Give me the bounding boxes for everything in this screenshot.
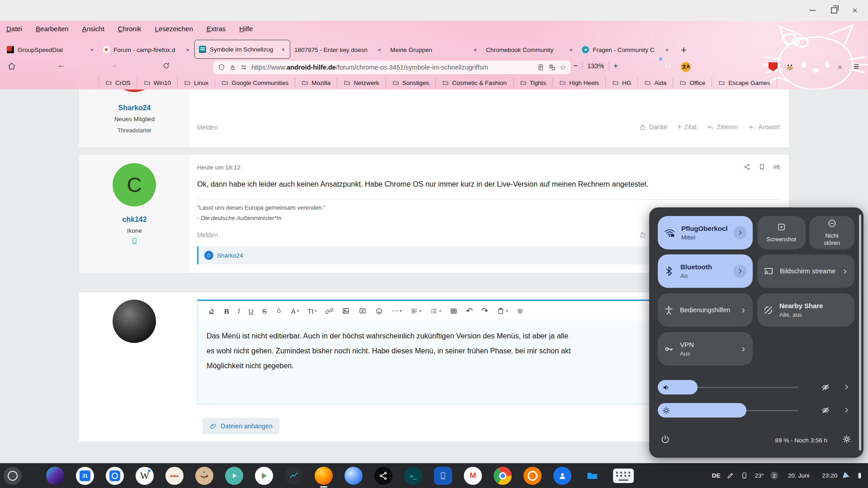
remove-format-icon[interactable] [208,307,216,315]
restore-button[interactable] [829,5,839,15]
panel-scrollbar[interactable] [859,215,861,450]
wifi-tile[interactable]: PflugOberkochMittel [658,216,753,249]
menu-chronik[interactable]: Chronik [118,25,142,33]
attach-files-button[interactable]: Dateien anhängen [203,418,279,434]
tab-close-icon[interactable]: × [377,47,382,53]
report-link[interactable]: Melden [197,231,218,239]
bold-button[interactable]: B [224,307,229,315]
app-files[interactable] [583,467,601,485]
insert-link-icon[interactable] [326,307,333,315]
tab-symbole-active[interactable]: Symbole im Schnellzug × [194,40,290,59]
settings-gear-icon[interactable] [842,434,852,444]
menu-ansicht[interactable]: Ansicht [82,25,104,33]
menu-hilfe[interactable]: Hilfe [239,25,253,33]
notification-badge[interactable]: 2 [770,472,778,479]
home-button[interactable] [7,61,16,70]
menu-datei[interactable]: Datei [6,25,22,33]
bookmark-cosmetic[interactable]: Cosmetic & Fashion [436,78,514,88]
font-family-button[interactable]: A▾ [291,307,299,315]
underline-button[interactable]: U [249,307,254,315]
tab-close-icon[interactable]: × [185,47,190,53]
tab-close-icon[interactable]: × [280,46,286,53]
app-contacts[interactable] [553,467,571,485]
text-color-icon[interactable] [275,307,283,314]
draft-button[interactable]: ▾ [497,307,508,315]
bookmark-icon[interactable] [758,163,766,171]
bookmark-high-heels[interactable]: High Heels [553,78,606,88]
vpn-tile[interactable]: VPNAus [658,332,753,366]
ublock-icon[interactable] [769,62,778,71]
bookmark-star-icon[interactable]: ☆ [560,63,566,72]
avatar[interactable] [113,89,156,92]
undo-button[interactable]: ↶ [466,306,473,316]
tab-bugzilla[interactable]: 1807875 - Enter key doesn × [290,41,386,59]
nearby-share-tile[interactable]: Nearby ShareAlle, aus [757,293,854,327]
cast-tile[interactable]: Bildschirm streamen [757,254,854,288]
hamburger-menu-icon[interactable]: ≡ [854,61,859,72]
tab-groupspeeddial[interactable]: GroupSpeedDial × [3,41,99,59]
tab-camp-firefox[interactable]: Forum - camp-firefox.d × [99,41,194,59]
align-button[interactable]: ▾ [410,307,422,315]
status-tray[interactable]: DE 23° 2 20. Juni 23:20 [712,463,863,488]
zitieren-button[interactable]: Zitieren [707,123,738,131]
emoji-icon[interactable] [375,307,383,315]
chevron-right-icon[interactable] [733,226,747,239]
zitat-button[interactable]: +Zitat [677,123,697,131]
stylus-icon[interactable] [726,472,734,479]
bookmark-netzwerk[interactable]: Netzwerk [337,78,386,88]
phone-hub-icon[interactable] [741,472,748,479]
danke-button[interactable]: Danke [639,123,667,131]
tab-close-icon[interactable]: × [472,47,478,53]
tab-close-icon[interactable]: × [664,47,670,53]
table-icon[interactable] [450,307,458,315]
author-link[interactable]: chk142 [79,216,190,224]
volume-slider[interactable] [658,380,698,394]
menu-bearbeiten[interactable]: Bearbeiten [36,25,69,33]
menu-lesezeichen[interactable]: Lesezeichen [155,25,193,33]
insert-image-icon[interactable] [342,307,350,315]
permissions-icon[interactable] [240,64,247,71]
app-play-store[interactable] [255,467,273,485]
audio-output-icon[interactable] [821,383,830,392]
app-terminal[interactable]: >_ [404,467,422,485]
app-phone-hub[interactable] [434,467,452,485]
chevron-right-icon[interactable] [740,306,747,314]
zoom-out-button[interactable]: − [573,61,578,70]
bookmark-escape-games[interactable]: Escape Games [712,78,777,88]
tab-fragen-community[interactable]: Fragen - Community C × [578,41,674,59]
brightness-slider[interactable] [658,403,746,418]
display-settings-chevron-icon[interactable] [843,406,850,414]
night-light-off-icon[interactable] [821,406,830,415]
app-browser-blue[interactable] [344,467,363,485]
twp-translate-icon[interactable]: 文A [681,62,691,72]
bookmark-win10[interactable]: Win10 [137,78,178,88]
tab-chromebook-community[interactable]: Chromebook Community × [482,41,578,59]
bluetooth-tile[interactable]: BluetoothAn [658,254,753,288]
bookmark-hg[interactable]: HG [606,78,638,88]
strikethrough-button[interactable]: S [262,307,267,315]
lock-icon[interactable] [229,64,236,71]
close-button[interactable]: × [850,5,860,15]
menu-extras[interactable]: Extras [207,25,226,33]
bookmark-linux[interactable]: Linux [178,78,215,88]
virtual-keyboard-button[interactable] [613,469,634,483]
bookmark-sonstiges[interactable]: Sonstiges [386,78,436,88]
bookmark-google-communities[interactable]: Google Communities [215,78,295,88]
app-calendar[interactable]: 31 [76,467,94,485]
reload-button[interactable] [162,61,170,70]
editor-settings-icon[interactable] [516,307,524,315]
antwort-button[interactable]: Antwort [748,123,780,131]
ime-indicator[interactable]: DE [712,472,721,479]
shield-icon[interactable] [218,64,225,71]
app-player[interactable] [225,467,243,485]
accessibility-tile[interactable]: Bedienungshilfen [658,293,753,327]
app-chrome[interactable] [494,467,512,485]
app-share-network[interactable] [374,467,392,485]
liked-by-link[interactable]: Sharko24 [217,252,243,259]
new-tab-button[interactable]: + [678,44,689,59]
address-bar[interactable]: https://www.android-hilfe.de/forum/chrom… [213,61,571,74]
zoom-level[interactable]: 133% [587,62,604,70]
app-wikipedia[interactable]: W [136,467,154,485]
bookmark-mozilla[interactable]: Mozilla [295,78,337,88]
screenshot-tile[interactable]: Screenshot [757,216,806,249]
